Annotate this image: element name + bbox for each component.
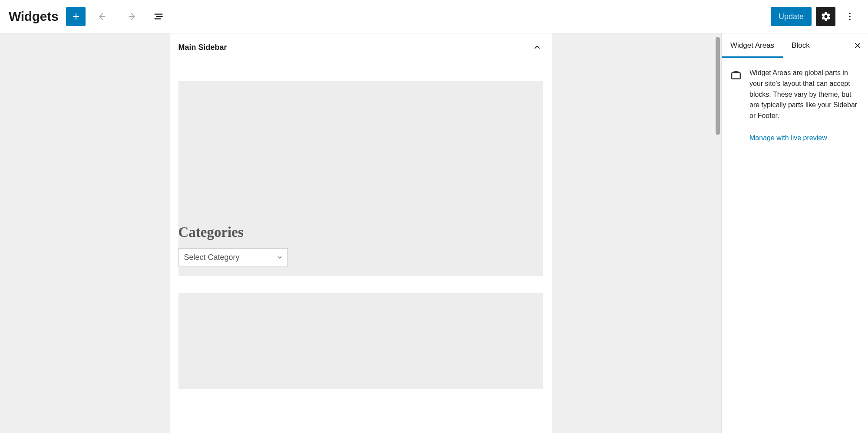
workspace: Main Sidebar Categories Select Ca [0, 33, 868, 433]
redo-icon [125, 11, 136, 22]
close-settings-button[interactable] [847, 33, 868, 58]
category-select[interactable]: Select Category [179, 249, 287, 266]
undo-icon [98, 11, 109, 22]
top-toolbar: Widgets [0, 0, 868, 33]
gear-icon [821, 11, 831, 22]
scrollbar-thumb[interactable] [716, 37, 720, 135]
category-select-wrap: Select Category [178, 248, 288, 266]
document-overview-button[interactable] [148, 7, 168, 26]
image-placeholder [178, 81, 543, 224]
svg-rect-10 [732, 73, 740, 79]
list-view-icon [152, 11, 164, 22]
editor-scroll[interactable]: Main Sidebar Categories Select Ca [0, 33, 721, 433]
widget-area-header[interactable]: Main Sidebar [170, 33, 552, 53]
svg-point-5 [849, 13, 851, 14]
tab-block[interactable]: Block [783, 33, 818, 58]
svg-point-6 [849, 16, 851, 17]
plus-icon [71, 11, 81, 22]
svg-point-7 [849, 19, 851, 20]
settings-description-text: Widget Areas are global parts in your si… [749, 68, 859, 144]
chevron-up-icon [531, 41, 543, 53]
editor-canvas: Main Sidebar Categories Select Ca [0, 33, 721, 433]
close-icon [853, 41, 862, 50]
more-vertical-icon [845, 11, 855, 22]
settings-body: Widget Areas are global parts in your si… [722, 58, 868, 153]
settings-sidebar: Widget Areas Block Widge [721, 33, 868, 433]
update-button[interactable]: Update [771, 7, 812, 26]
manage-live-preview-link[interactable]: Manage with live preview [749, 133, 827, 144]
top-toolbar-left: Widgets [9, 7, 168, 26]
options-menu-button[interactable] [840, 7, 859, 26]
undo-button[interactable] [93, 7, 113, 26]
widget-area-title: Main Sidebar [178, 43, 227, 52]
widget-block-categories[interactable]: Categories Select Category [178, 81, 543, 276]
redo-button[interactable] [121, 7, 140, 26]
settings-description-row: Widget Areas are global parts in your si… [730, 68, 859, 144]
page-title: Widgets [9, 9, 58, 24]
add-block-button[interactable] [66, 7, 86, 26]
widget-area-panel: Main Sidebar Categories Select Ca [170, 33, 552, 433]
settings-toggle-button[interactable] [816, 7, 835, 26]
settings-tabs: Widget Areas Block [722, 33, 868, 58]
widget-areas-description: Widget Areas are global parts in your si… [749, 69, 857, 119]
top-toolbar-right: Update [771, 7, 859, 26]
widget-area-icon [730, 69, 742, 81]
categories-body: Select Category [178, 248, 543, 266]
tab-widget-areas[interactable]: Widget Areas [722, 33, 783, 58]
widget-block-empty[interactable] [178, 293, 543, 389]
categories-heading: Categories [178, 224, 543, 248]
